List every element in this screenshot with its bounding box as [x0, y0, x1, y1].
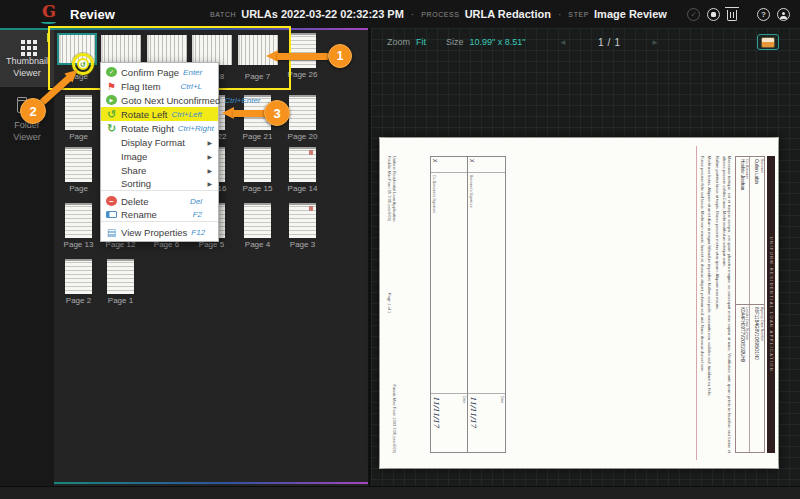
user-account-icon[interactable]	[777, 8, 790, 21]
page-indicator: 1 / 1	[598, 37, 620, 48]
thumbnail-page-13[interactable]: Page 13	[65, 203, 92, 238]
thumbnail-page-20[interactable]: Page 20	[289, 95, 316, 130]
page-title: Review	[70, 7, 115, 22]
menu-item-shortcut: Ctrl+L	[180, 82, 202, 91]
prev-page-button[interactable]: ◄	[559, 38, 567, 47]
signature-table: X Borrower's Signature Date 11/11/17 X	[430, 156, 506, 453]
menu-item-confirm-page[interactable]: ✓ Confirm Page Enter	[101, 65, 218, 79]
process-value: URLA Redaction	[465, 8, 551, 20]
thumbnail-page-14[interactable]: Page 14	[289, 147, 316, 182]
menu-item-rotate-right[interactable]: ↻ Rotate Right Ctrl+Right	[101, 121, 218, 135]
thumbnail-grid-icon	[21, 40, 25, 44]
zoom-label: Zoom	[387, 37, 410, 47]
stop-task-icon[interactable]	[707, 8, 720, 21]
thumbnail-label: Page 14	[288, 184, 318, 193]
menu-item-label: View Properties	[121, 227, 187, 238]
size-label: Size	[446, 37, 464, 47]
user-head	[782, 12, 786, 16]
stop-dot	[711, 12, 716, 17]
thumbnail-label: Page 15	[243, 184, 273, 193]
pane-bottom-gradient	[54, 482, 368, 484]
form-header-bar: UNIFORM RESIDENTIAL LOAN APPLICATION	[767, 156, 775, 453]
separator-dot: ·	[411, 9, 414, 20]
thumbnail-label: Page 1	[108, 296, 133, 305]
menu-item-shortcut: Del	[190, 197, 202, 206]
trash-icon[interactable]	[727, 10, 737, 21]
menu-item-label: Delete	[121, 196, 186, 207]
menu-item-shortcut: Enter	[183, 68, 202, 77]
menu-item-flag-item[interactable]: ⚑ Flag Item Ctrl+L	[101, 79, 218, 93]
menu-item-shortcut: Ctrl+Right	[178, 124, 214, 133]
menu-item-label: Display Format	[121, 137, 198, 148]
menu-item-rotate-left[interactable]: ↺ Rotate Left Ctrl+Left	[101, 107, 218, 121]
page-current[interactable]: 1	[598, 37, 604, 48]
viewer-canvas[interactable]: UNIFORM RESIDENTIAL LOAN APPLICATION Bor…	[371, 56, 800, 486]
menu-item-label: Image	[121, 151, 198, 162]
thumbnail-image	[244, 203, 271, 238]
thumbnail-page-3[interactable]: Page 3	[289, 203, 316, 238]
menu-item-label: Goto Next Unconfirmed	[121, 95, 220, 106]
body-paragraph: Fusce posuere felis sed lacus. Morbi sem…	[700, 156, 705, 453]
body-paragraph: Nullam porttitor lacus at turpis. Donec …	[714, 156, 719, 453]
thumbnail[interactable]: Page	[65, 95, 92, 130]
menu-item-view-properties[interactable]: ▤ View Properties F12	[101, 225, 218, 239]
thumbnail-page-1[interactable]: Page 1	[107, 259, 134, 294]
date-label: Date	[500, 396, 504, 450]
image-viewer-pane: Zoom Fit Size 10.99" x 8.51" ◄ 1 / 1 ►	[368, 28, 800, 486]
step-label: STEP	[568, 11, 589, 18]
menu-item-shortcut: Ctrl+Enter	[224, 96, 260, 105]
thumbnail-page-15[interactable]: Page 15	[244, 147, 271, 182]
footer-right: Fannie Mae Form 1003 7/05 (rev.6/09)	[387, 385, 397, 453]
submenu-arrow-icon: ▶	[206, 139, 212, 146]
thumbnail-label: Page	[69, 132, 88, 141]
thumbnail-image	[289, 95, 316, 130]
thumbnail-label: Page 2	[66, 296, 91, 305]
document-preview[interactable]: UNIFORM RESIDENTIAL LOAN APPLICATION Bor…	[380, 138, 778, 468]
menu-item-goto-next-unconfirmed[interactable]: ▶ Goto Next Unconfirmed Ctrl+Enter	[101, 93, 218, 107]
thumbnail-label: Page	[69, 184, 88, 193]
logo-letter: G	[38, 3, 60, 21]
menu-item-label: Rotate Right	[121, 123, 174, 134]
thumbnail[interactable]: Page	[65, 147, 92, 182]
size-value: 10.99" x 8.51"	[470, 37, 526, 47]
footer-left: Uniform Residential Loan Application Fre…	[387, 156, 397, 221]
menu-item-shortcut: F2	[193, 210, 202, 219]
next-page-button[interactable]: ►	[651, 38, 659, 47]
thumbnail-page-4[interactable]: Page 4	[244, 203, 271, 238]
signature-x: X	[469, 157, 506, 173]
menu-item-label: Sorting	[121, 178, 198, 189]
menu-item-image[interactable]: Image ▶	[101, 149, 218, 163]
thumbnail-image	[65, 147, 92, 182]
image-view-toggle-button[interactable]	[757, 34, 779, 50]
borrower-name: Cullen Labin	[754, 159, 759, 302]
form-footer: Uniform Residential Loan Application Fre…	[387, 156, 397, 453]
form-body-text: Maecenas tristique, est et tempus semper…	[699, 156, 732, 453]
submenu-arrow-icon: ▶	[206, 153, 212, 160]
menu-item-delete[interactable]: − Delete Del	[101, 194, 218, 208]
menu-item-shortcut: F12	[191, 228, 205, 237]
thumbnail-page-2[interactable]: Page 2	[65, 259, 92, 294]
help-icon[interactable]: ?	[757, 8, 770, 21]
confirm-all-icon[interactable]: ✓	[687, 8, 700, 21]
thumbnail-label: Page 21	[243, 132, 273, 141]
menu-item-rename[interactable]: Rename F2	[101, 208, 218, 222]
submenu-arrow-icon: ▶	[206, 167, 212, 174]
thumbnail-image	[289, 203, 316, 238]
callout-arrow-1	[266, 50, 328, 63]
menu-item-display-format[interactable]: Display Format ▶	[101, 135, 218, 149]
date-value: 11/11/17	[432, 396, 440, 450]
context-menu: ✓ Confirm Page Enter ⚑ Flag Item Ctrl+L …	[100, 62, 219, 242]
zoom-mode-button[interactable]: Fit	[416, 37, 426, 47]
sidebar-item-thumbnail-viewer[interactable]: Thumbnail Viewer	[0, 30, 54, 87]
form-info-table: Borrower Cullen Labin Co-Borrower Hoshiw…	[735, 156, 765, 453]
menu-item-sorting[interactable]: Sorting ▶	[101, 177, 218, 191]
sidebar-item-label: Thumbnail Viewer	[2, 56, 52, 79]
rename-icon	[106, 211, 117, 218]
breadcrumb: BATCH URLAs 2022-03-22 02:32:23 PM · PRO…	[210, 0, 667, 28]
menu-item-share[interactable]: Share ▶	[101, 163, 218, 177]
footer-page-number: Page 1 of 1	[387, 293, 392, 313]
separator-dot: ·	[558, 9, 561, 20]
callout-badge-1: 1	[328, 44, 352, 68]
date-label: Date	[463, 396, 467, 450]
signature-label: Borrower's Signature	[469, 173, 506, 394]
